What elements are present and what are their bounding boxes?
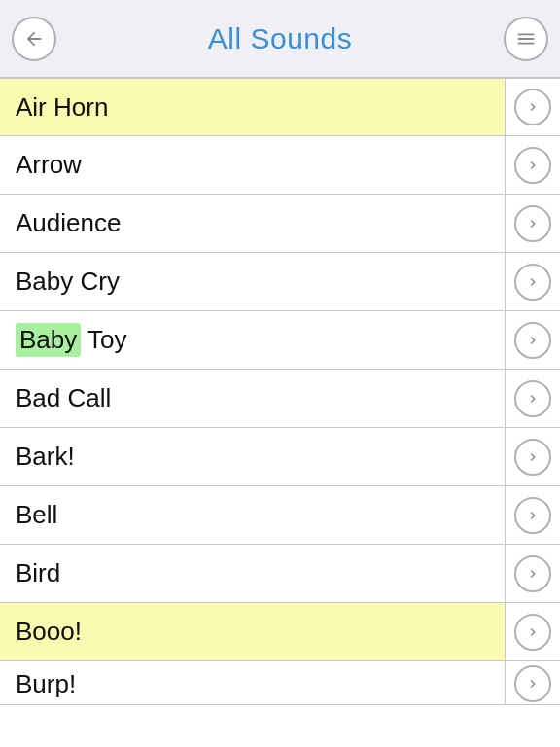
sound-name: Audience [0,195,506,252]
chevron-circle [514,555,551,592]
chevron-right-icon [525,99,541,115]
chevron-circle [514,439,551,476]
chevron-right-icon [525,158,541,173]
sound-name: Baby Cry [0,253,506,310]
list-item[interactable]: Bad Call [0,370,560,428]
page-title: All Sounds [208,22,352,55]
chevron-right-icon [525,508,541,523]
chevron-right-icon [525,333,541,348]
detail-button[interactable] [506,79,560,135]
detail-button[interactable] [506,253,560,310]
chevron-circle [514,205,551,242]
chevron-circle [514,497,551,534]
sounds-list: Air Horn Arrow Audienc [0,78,560,747]
menu-button[interactable] [504,17,548,61]
back-icon [23,28,45,50]
chevron-circle [514,264,551,301]
list-item[interactable]: Audience [0,195,560,253]
chevron-right-icon [525,676,541,692]
sound-name: Arrow [0,136,506,194]
chevron-circle [514,147,551,184]
detail-button[interactable] [506,428,560,485]
list-item[interactable]: Arrow [0,136,560,195]
screen: All Sounds Air Horn Arrow [0,0,560,747]
list-item[interactable]: Booo! [0,603,560,661]
detail-button[interactable] [506,370,560,427]
list-item[interactable]: Air Horn [0,78,560,136]
header: All Sounds [0,0,560,78]
sound-name: Bell [0,486,506,544]
chevron-right-icon [525,624,541,640]
detail-button[interactable] [506,545,560,602]
detail-button[interactable] [506,136,560,194]
list-item[interactable]: Bell [0,486,560,545]
detail-button[interactable] [506,603,560,660]
chevron-circle [514,322,551,359]
back-button[interactable] [12,17,56,61]
sound-name: Baby Toy [0,311,506,369]
chevron-right-icon [525,566,541,582]
list-item[interactable]: Baby Toy [0,311,560,370]
chevron-circle [514,665,551,702]
detail-button[interactable] [506,661,560,704]
sound-name: Bad Call [0,370,506,427]
sound-name: Bark! [0,428,506,485]
sound-name: Burp! [0,661,506,704]
chevron-right-icon [525,274,541,290]
sound-name: Air Horn [0,79,506,135]
list-item[interactable]: Bark! [0,428,560,486]
detail-button[interactable] [506,486,560,544]
chevron-right-icon [525,391,541,407]
list-item[interactable]: Burp! [0,661,560,705]
sound-name: Booo! [0,603,506,660]
list-item[interactable]: Bird [0,545,560,603]
highlight-word: Baby [16,323,81,357]
detail-button[interactable] [506,195,560,252]
detail-button[interactable] [506,311,560,369]
list-item[interactable]: Baby Cry [0,253,560,311]
chevron-circle [514,89,551,125]
chevron-circle [514,380,551,417]
chevron-right-icon [525,449,541,465]
sound-name: Bird [0,545,506,602]
chevron-right-icon [525,216,541,231]
chevron-circle [514,614,551,651]
menu-icon [515,28,537,50]
